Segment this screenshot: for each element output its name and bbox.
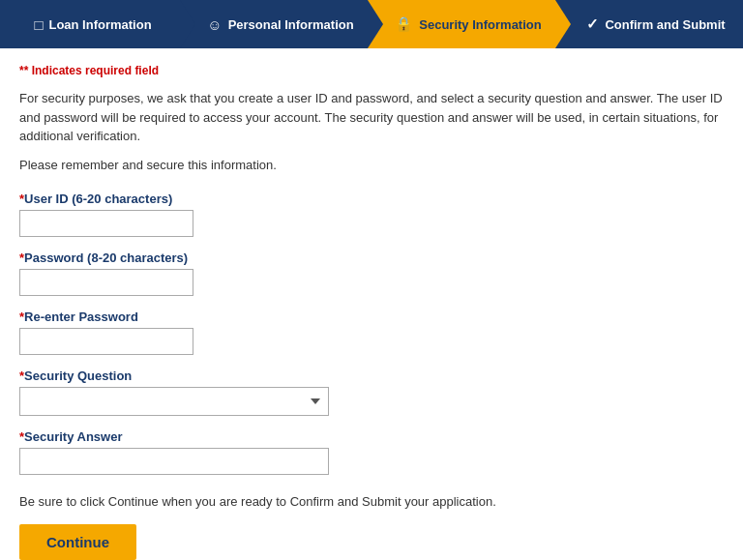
required-note: ** Indicates required field (19, 64, 724, 77)
security-question-group: *Security Question What is the name of y… (19, 368, 724, 416)
security-answer-group: *Security Answer (19, 429, 724, 475)
confirm-step-label: Confirm and Submit (605, 17, 725, 32)
reenter-password-group: *Re-enter Password (19, 309, 724, 355)
password-input[interactable] (19, 269, 193, 296)
security-answer-label: *Security Answer (19, 429, 724, 444)
check-icon: ✓ (586, 15, 599, 33)
wizard-nav: □ Loan Information ☺ Personal Informatio… (0, 0, 743, 48)
password-label: *Password (8-20 characters) (19, 251, 724, 265)
security-answer-input[interactable] (19, 448, 329, 475)
security-question-select[interactable]: What is the name of your first pet? What… (19, 387, 329, 416)
personal-step-label: Personal Information (228, 17, 354, 32)
wizard-step-personal[interactable]: ☺ Personal Information (180, 0, 368, 48)
wizard-step-security[interactable]: 🔒 Security Information (368, 0, 555, 48)
security-step-label: Security Information (419, 17, 541, 32)
password-group: *Password (8-20 characters) (19, 251, 724, 296)
remember-text: Please remember and secure this informat… (19, 158, 724, 172)
wizard-step-confirm[interactable]: ✓ Confirm and Submit (555, 0, 743, 48)
wizard-step-loan[interactable]: □ Loan Information (0, 0, 180, 48)
main-content: ** Indicates required field For security… (0, 48, 743, 560)
security-question-label: *Security Question (19, 368, 724, 383)
continue-button[interactable]: Continue (19, 524, 136, 560)
reenter-password-label: *Re-enter Password (19, 309, 724, 324)
user-id-group: *User ID (6-20 characters) (19, 192, 724, 237)
user-id-label: *User ID (6-20 characters) (19, 192, 724, 206)
lock-icon: 🔒 (395, 15, 413, 33)
loan-step-label: Loan Information (48, 17, 151, 32)
person-icon: ☺ (207, 16, 222, 33)
description-text: For security purposes, we ask that you c… (19, 89, 724, 146)
loan-icon: □ (34, 16, 43, 33)
user-id-input[interactable] (19, 210, 193, 237)
reenter-password-input[interactable] (19, 328, 193, 355)
bottom-note: Be sure to click Continue when you are r… (19, 494, 724, 509)
